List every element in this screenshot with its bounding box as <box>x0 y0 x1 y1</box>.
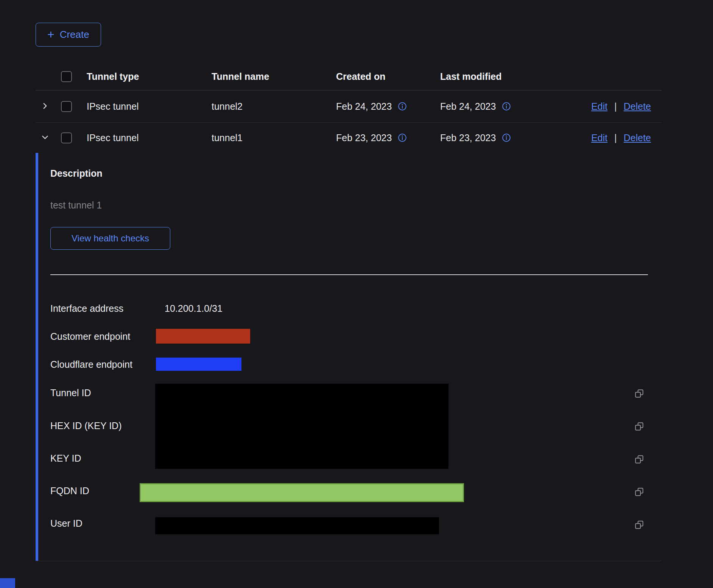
edit-link[interactable]: Edit <box>591 101 607 112</box>
view-health-checks-button[interactable]: View health checks <box>50 227 170 250</box>
customer-endpoint-label: Customer endpoint <box>50 331 130 342</box>
actions-separator: | <box>614 101 617 112</box>
created-on-cell: Feb 24, 2023 <box>336 101 392 112</box>
tunnel-name-cell: tunnel1 <box>212 132 336 143</box>
tunnels-page: + Create Tunnel type Tunnel name Created… <box>36 0 662 561</box>
table-row: IPsec tunnel tunnel2 Feb 24, 2023 Feb 24… <box>36 90 662 123</box>
row-checkbox[interactable] <box>61 101 72 112</box>
interface-address-label: Interface address <box>50 303 123 314</box>
column-header-tunnel-type: Tunnel type <box>87 71 212 82</box>
cloudflare-endpoint-label: Cloudflare endpoint <box>50 359 132 370</box>
fqdn-id-label: FQDN ID <box>50 485 89 496</box>
edit-link[interactable]: Edit <box>591 132 607 143</box>
copy-icon <box>634 422 644 431</box>
copy-icon <box>634 389 644 398</box>
fqdn-id-redacted-value <box>140 483 464 502</box>
table-row: IPsec tunnel tunnel1 Feb 23, 2023 Feb 23… <box>36 123 662 153</box>
hex-id-label: HEX ID (KEY ID) <box>50 420 121 431</box>
column-header-tunnel-name: Tunnel name <box>212 71 336 82</box>
copy-icon <box>634 454 644 464</box>
copy-fqdn-id-button[interactable] <box>634 486 645 498</box>
info-icon[interactable] <box>502 133 511 142</box>
tunnel-id-label: Tunnel ID <box>50 387 91 398</box>
last-modified-cell: Feb 23, 2023 <box>440 132 496 143</box>
description-value: test tunnel 1 <box>50 200 102 211</box>
customer-endpoint-redacted-value <box>156 329 250 344</box>
chevron-down-icon <box>40 132 50 142</box>
created-on-cell: Feb 23, 2023 <box>336 132 392 143</box>
info-icon[interactable] <box>398 102 407 111</box>
copy-hex-id-button[interactable] <box>634 421 645 432</box>
actions-separator: | <box>614 132 617 143</box>
tunnel-name-cell: tunnel2 <box>212 101 336 112</box>
tunnel-type-cell: IPsec tunnel <box>87 132 212 143</box>
tunnel-detail-panel: Description test tunnel 1 View health ch… <box>36 153 662 561</box>
copy-icon <box>634 520 644 530</box>
table-header-row: Tunnel type Tunnel name Created on Last … <box>36 63 662 90</box>
detail-divider <box>50 274 648 275</box>
expanded-row-accent-bar <box>36 153 38 561</box>
column-header-last-modified: Last modified <box>440 71 545 82</box>
tunnels-table: Tunnel type Tunnel name Created on Last … <box>36 63 662 561</box>
collapse-row-button[interactable] <box>39 131 51 144</box>
column-header-created-on: Created on <box>336 71 440 82</box>
row-checkbox[interactable] <box>61 132 72 143</box>
description-label: Description <box>50 168 103 179</box>
key-id-label: KEY ID <box>50 453 81 464</box>
copy-tunnel-id-button[interactable] <box>634 388 645 399</box>
chevron-right-icon <box>40 101 50 111</box>
interface-address-value: 10.200.1.0/31 <box>165 303 223 314</box>
delete-link[interactable]: Delete <box>624 132 651 143</box>
create-button-label: Create <box>60 29 89 40</box>
tunnel-type-cell: IPsec tunnel <box>87 101 212 112</box>
info-icon[interactable] <box>398 133 407 142</box>
tunnel-id-redacted-value <box>155 384 448 469</box>
delete-link[interactable]: Delete <box>624 101 651 112</box>
bottom-left-accent <box>0 578 15 588</box>
last-modified-cell: Feb 24, 2023 <box>440 101 496 112</box>
expand-row-button[interactable] <box>39 100 51 112</box>
copy-icon <box>634 487 644 497</box>
plus-icon: + <box>47 28 54 40</box>
copy-user-id-button[interactable] <box>634 519 645 530</box>
user-id-redacted-value <box>155 517 439 534</box>
create-button[interactable]: + Create <box>36 23 101 47</box>
user-id-label: User ID <box>50 518 83 529</box>
copy-key-id-button[interactable] <box>634 454 645 465</box>
info-icon[interactable] <box>502 102 511 111</box>
select-all-checkbox[interactable] <box>61 71 72 82</box>
cloudflare-endpoint-redacted-value <box>156 358 241 371</box>
